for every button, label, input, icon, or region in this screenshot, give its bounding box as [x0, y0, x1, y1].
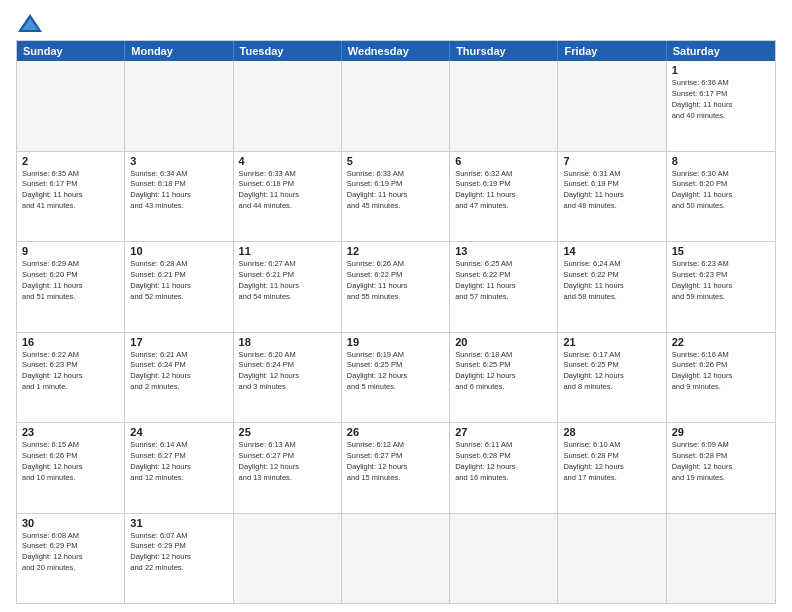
day-number: 9: [22, 245, 119, 257]
header: [16, 12, 776, 34]
calendar-header-cell: Wednesday: [342, 41, 450, 61]
calendar-day-cell: 14Sunrise: 6:24 AM Sunset: 6:22 PM Dayli…: [558, 242, 666, 332]
calendar-empty-cell: [450, 61, 558, 151]
calendar-day-cell: 30Sunrise: 6:08 AM Sunset: 6:29 PM Dayli…: [17, 514, 125, 604]
day-info: Sunrise: 6:16 AM Sunset: 6:26 PM Dayligh…: [672, 350, 770, 394]
day-info: Sunrise: 6:23 AM Sunset: 6:23 PM Dayligh…: [672, 259, 770, 303]
day-number: 16: [22, 336, 119, 348]
day-info: Sunrise: 6:11 AM Sunset: 6:28 PM Dayligh…: [455, 440, 552, 484]
calendar-week-row: 1Sunrise: 6:36 AM Sunset: 6:17 PM Daylig…: [17, 61, 775, 152]
day-info: Sunrise: 6:10 AM Sunset: 6:28 PM Dayligh…: [563, 440, 660, 484]
calendar-day-cell: 27Sunrise: 6:11 AM Sunset: 6:28 PM Dayli…: [450, 423, 558, 513]
day-number: 10: [130, 245, 227, 257]
day-number: 15: [672, 245, 770, 257]
day-info: Sunrise: 6:18 AM Sunset: 6:25 PM Dayligh…: [455, 350, 552, 394]
day-number: 8: [672, 155, 770, 167]
day-info: Sunrise: 6:29 AM Sunset: 6:20 PM Dayligh…: [22, 259, 119, 303]
calendar-day-cell: 21Sunrise: 6:17 AM Sunset: 6:25 PM Dayli…: [558, 333, 666, 423]
calendar-day-cell: 12Sunrise: 6:26 AM Sunset: 6:22 PM Dayli…: [342, 242, 450, 332]
day-number: 20: [455, 336, 552, 348]
calendar-day-cell: 9Sunrise: 6:29 AM Sunset: 6:20 PM Daylig…: [17, 242, 125, 332]
calendar-empty-cell: [667, 514, 775, 604]
calendar-empty-cell: [558, 61, 666, 151]
day-info: Sunrise: 6:21 AM Sunset: 6:24 PM Dayligh…: [130, 350, 227, 394]
calendar-week-row: 30Sunrise: 6:08 AM Sunset: 6:29 PM Dayli…: [17, 514, 775, 604]
calendar-day-cell: 23Sunrise: 6:15 AM Sunset: 6:26 PM Dayli…: [17, 423, 125, 513]
day-info: Sunrise: 6:19 AM Sunset: 6:25 PM Dayligh…: [347, 350, 444, 394]
day-info: Sunrise: 6:17 AM Sunset: 6:25 PM Dayligh…: [563, 350, 660, 394]
logo-area: [16, 12, 52, 34]
calendar-day-cell: 26Sunrise: 6:12 AM Sunset: 6:27 PM Dayli…: [342, 423, 450, 513]
calendar-week-row: 2Sunrise: 6:35 AM Sunset: 6:17 PM Daylig…: [17, 152, 775, 243]
day-info: Sunrise: 6:15 AM Sunset: 6:26 PM Dayligh…: [22, 440, 119, 484]
day-number: 17: [130, 336, 227, 348]
calendar-empty-cell: [234, 514, 342, 604]
day-number: 26: [347, 426, 444, 438]
logo: [16, 12, 52, 34]
calendar-day-cell: 6Sunrise: 6:32 AM Sunset: 6:19 PM Daylig…: [450, 152, 558, 242]
day-number: 12: [347, 245, 444, 257]
calendar-empty-cell: [342, 514, 450, 604]
day-info: Sunrise: 6:07 AM Sunset: 6:29 PM Dayligh…: [130, 531, 227, 575]
day-info: Sunrise: 6:08 AM Sunset: 6:29 PM Dayligh…: [22, 531, 119, 575]
page: SundayMondayTuesdayWednesdayThursdayFrid…: [0, 0, 792, 612]
calendar-empty-cell: [450, 514, 558, 604]
day-info: Sunrise: 6:09 AM Sunset: 6:28 PM Dayligh…: [672, 440, 770, 484]
calendar-day-cell: 25Sunrise: 6:13 AM Sunset: 6:27 PM Dayli…: [234, 423, 342, 513]
calendar-day-cell: 29Sunrise: 6:09 AM Sunset: 6:28 PM Dayli…: [667, 423, 775, 513]
calendar-day-cell: 10Sunrise: 6:28 AM Sunset: 6:21 PM Dayli…: [125, 242, 233, 332]
calendar-week-row: 23Sunrise: 6:15 AM Sunset: 6:26 PM Dayli…: [17, 423, 775, 514]
day-number: 4: [239, 155, 336, 167]
day-info: Sunrise: 6:34 AM Sunset: 6:18 PM Dayligh…: [130, 169, 227, 213]
day-info: Sunrise: 6:22 AM Sunset: 6:23 PM Dayligh…: [22, 350, 119, 394]
day-number: 27: [455, 426, 552, 438]
calendar-header-cell: Monday: [125, 41, 233, 61]
calendar-header-cell: Sunday: [17, 41, 125, 61]
day-info: Sunrise: 6:25 AM Sunset: 6:22 PM Dayligh…: [455, 259, 552, 303]
calendar-empty-cell: [125, 61, 233, 151]
day-number: 13: [455, 245, 552, 257]
calendar-day-cell: 28Sunrise: 6:10 AM Sunset: 6:28 PM Dayli…: [558, 423, 666, 513]
day-number: 22: [672, 336, 770, 348]
day-number: 28: [563, 426, 660, 438]
day-info: Sunrise: 6:24 AM Sunset: 6:22 PM Dayligh…: [563, 259, 660, 303]
calendar-day-cell: 13Sunrise: 6:25 AM Sunset: 6:22 PM Dayli…: [450, 242, 558, 332]
calendar-day-cell: 18Sunrise: 6:20 AM Sunset: 6:24 PM Dayli…: [234, 333, 342, 423]
calendar-week-row: 9Sunrise: 6:29 AM Sunset: 6:20 PM Daylig…: [17, 242, 775, 333]
day-number: 24: [130, 426, 227, 438]
day-info: Sunrise: 6:28 AM Sunset: 6:21 PM Dayligh…: [130, 259, 227, 303]
calendar-day-cell: 2Sunrise: 6:35 AM Sunset: 6:17 PM Daylig…: [17, 152, 125, 242]
day-number: 2: [22, 155, 119, 167]
calendar-day-cell: 15Sunrise: 6:23 AM Sunset: 6:23 PM Dayli…: [667, 242, 775, 332]
calendar-day-cell: 4Sunrise: 6:33 AM Sunset: 6:18 PM Daylig…: [234, 152, 342, 242]
day-number: 6: [455, 155, 552, 167]
calendar-day-cell: 22Sunrise: 6:16 AM Sunset: 6:26 PM Dayli…: [667, 333, 775, 423]
calendar-header-cell: Tuesday: [234, 41, 342, 61]
day-number: 21: [563, 336, 660, 348]
calendar-day-cell: 16Sunrise: 6:22 AM Sunset: 6:23 PM Dayli…: [17, 333, 125, 423]
day-info: Sunrise: 6:33 AM Sunset: 6:19 PM Dayligh…: [347, 169, 444, 213]
day-info: Sunrise: 6:35 AM Sunset: 6:17 PM Dayligh…: [22, 169, 119, 213]
calendar-empty-cell: [342, 61, 450, 151]
calendar-day-cell: 5Sunrise: 6:33 AM Sunset: 6:19 PM Daylig…: [342, 152, 450, 242]
day-info: Sunrise: 6:32 AM Sunset: 6:19 PM Dayligh…: [455, 169, 552, 213]
day-info: Sunrise: 6:36 AM Sunset: 6:17 PM Dayligh…: [672, 78, 770, 122]
day-number: 31: [130, 517, 227, 529]
day-info: Sunrise: 6:14 AM Sunset: 6:27 PM Dayligh…: [130, 440, 227, 484]
day-number: 19: [347, 336, 444, 348]
day-number: 11: [239, 245, 336, 257]
calendar-empty-cell: [558, 514, 666, 604]
calendar-week-row: 16Sunrise: 6:22 AM Sunset: 6:23 PM Dayli…: [17, 333, 775, 424]
calendar-empty-cell: [234, 61, 342, 151]
calendar-body: 1Sunrise: 6:36 AM Sunset: 6:17 PM Daylig…: [17, 61, 775, 603]
day-info: Sunrise: 6:31 AM Sunset: 6:19 PM Dayligh…: [563, 169, 660, 213]
calendar-day-cell: 24Sunrise: 6:14 AM Sunset: 6:27 PM Dayli…: [125, 423, 233, 513]
day-number: 23: [22, 426, 119, 438]
day-info: Sunrise: 6:13 AM Sunset: 6:27 PM Dayligh…: [239, 440, 336, 484]
day-number: 18: [239, 336, 336, 348]
calendar-day-cell: 8Sunrise: 6:30 AM Sunset: 6:20 PM Daylig…: [667, 152, 775, 242]
calendar-day-cell: 31Sunrise: 6:07 AM Sunset: 6:29 PM Dayli…: [125, 514, 233, 604]
calendar-header-cell: Thursday: [450, 41, 558, 61]
day-info: Sunrise: 6:12 AM Sunset: 6:27 PM Dayligh…: [347, 440, 444, 484]
calendar-day-cell: 7Sunrise: 6:31 AM Sunset: 6:19 PM Daylig…: [558, 152, 666, 242]
